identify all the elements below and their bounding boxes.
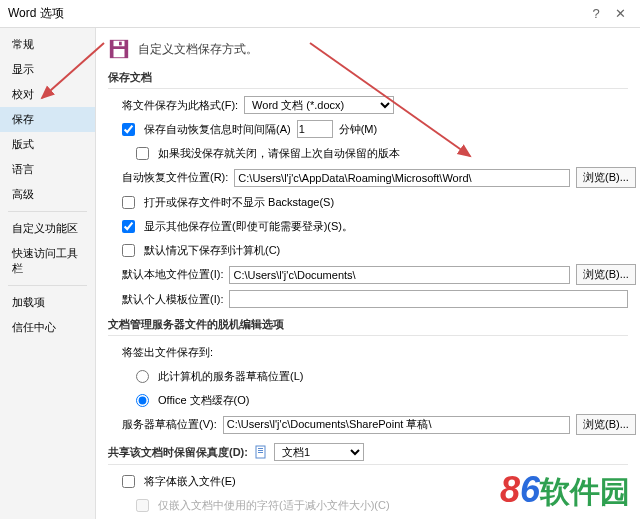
embed-used-label: 仅嵌入文档中使用的字符(适于减小文件大小)(C) [158, 498, 390, 513]
sidebar-item-display[interactable]: 显示 [0, 57, 95, 82]
close-icon[interactable]: ✕ [608, 6, 632, 21]
document-icon [254, 445, 268, 459]
section-title-offline: 文档管理服务器文件的脱机编辑选项 [108, 317, 628, 336]
row-default-local: 默认本地文件位置(I): 浏览(B)... [108, 264, 628, 285]
section-title-save: 保存文档 [108, 70, 628, 89]
svg-rect-3 [119, 42, 122, 46]
svg-rect-5 [258, 448, 263, 449]
default-local-path[interactable] [229, 266, 570, 284]
default-computer-checkbox[interactable] [122, 244, 135, 257]
row-default-computer: 默认情况下保存到计算机(C) [108, 240, 628, 260]
header-text: 自定义文档保存方式。 [138, 41, 258, 58]
row-radio-cache: Office 文档缓存(O) [108, 390, 628, 410]
browse-button-local[interactable]: 浏览(B)... [576, 264, 636, 285]
radio-server-drafts-label: 此计算机的服务器草稿位置(L) [158, 369, 303, 384]
backstage-checkbox[interactable] [122, 196, 135, 209]
share-title-text: 共享该文档时保留保真度(D): [108, 445, 248, 460]
autosave-checkbox[interactable] [122, 123, 135, 136]
row-embed-fonts: 将字体嵌入文件(E) [108, 471, 628, 491]
svg-rect-2 [114, 49, 125, 57]
help-icon[interactable]: ? [584, 6, 608, 21]
radio-office-cache-label: Office 文档缓存(O) [158, 393, 249, 408]
row-autosave: 保存自动恢复信息时间间隔(A) 分钟(M) [108, 119, 628, 139]
row-save-format: 将文件保存为此格式(F): Word 文档 (*.docx) [108, 95, 628, 115]
svg-rect-7 [258, 452, 263, 453]
main: 常规 显示 校对 保存 版式 语言 高级 自定义功能区 快速访问工具栏 加载项 … [0, 28, 640, 519]
checkout-label: 将签出文件保存到: [122, 345, 213, 360]
sidebar-separator [8, 211, 87, 212]
autorecover-label: 自动恢复文件位置(R): [122, 170, 228, 185]
default-template-path[interactable] [229, 290, 628, 308]
sidebar-item-trust-center[interactable]: 信任中心 [0, 315, 95, 340]
section-title-share: 共享该文档时保留保真度(D): 文档1 [108, 443, 628, 465]
format-label: 将文件保存为此格式(F): [122, 98, 238, 113]
titlebar: Word 选项 ? ✕ [0, 0, 640, 28]
row-radio-drafts: 此计算机的服务器草稿位置(L) [108, 366, 628, 386]
sidebar-item-layout[interactable]: 版式 [0, 132, 95, 157]
sidebar-separator [8, 285, 87, 286]
embed-fonts-label: 将字体嵌入文件(E) [144, 474, 236, 489]
save-icon [108, 38, 130, 60]
keep-last-checkbox[interactable] [136, 147, 149, 160]
window-title: Word 选项 [8, 5, 584, 22]
sidebar-item-general[interactable]: 常规 [0, 32, 95, 57]
embed-fonts-checkbox[interactable] [122, 475, 135, 488]
sidebar-item-save[interactable]: 保存 [0, 107, 95, 132]
row-checkout-label: 将签出文件保存到: [108, 342, 628, 362]
autorecover-path[interactable] [234, 169, 570, 187]
browse-button-drafts[interactable]: 浏览(B)... [576, 414, 636, 435]
backstage-label: 打开或保存文件时不显示 Backstage(S) [144, 195, 334, 210]
radio-server-drafts[interactable] [136, 370, 149, 383]
content-pane: 自定义文档保存方式。 保存文档 将文件保存为此格式(F): Word 文档 (*… [96, 28, 640, 519]
header-row: 自定义文档保存方式。 [108, 38, 628, 60]
sidebar-item-language[interactable]: 语言 [0, 157, 95, 182]
row-showother: 显示其他保存位置(即使可能需要登录)(S)。 [108, 216, 628, 236]
sidebar-item-quick-access[interactable]: 快速访问工具栏 [0, 241, 95, 281]
autosave-unit: 分钟(M) [339, 122, 378, 137]
showother-checkbox[interactable] [122, 220, 135, 233]
sidebar: 常规 显示 校对 保存 版式 语言 高级 自定义功能区 快速访问工具栏 加载项 … [0, 28, 96, 519]
sidebar-item-addins[interactable]: 加载项 [0, 290, 95, 315]
showother-label: 显示其他保存位置(即使可能需要登录)(S)。 [144, 219, 353, 234]
radio-office-cache[interactable] [136, 394, 149, 407]
sidebar-item-proofing[interactable]: 校对 [0, 82, 95, 107]
drafts-path[interactable] [223, 416, 570, 434]
default-computer-label: 默认情况下保存到计算机(C) [144, 243, 280, 258]
sidebar-item-customize-ribbon[interactable]: 自定义功能区 [0, 216, 95, 241]
keep-last-label: 如果我没保存就关闭，请保留上次自动保留的版本 [158, 146, 400, 161]
drafts-label: 服务器草稿位置(V): [122, 417, 217, 432]
svg-rect-6 [258, 450, 263, 451]
row-embed-used: 仅嵌入文档中使用的字符(适于减小文件大小)(C) [108, 495, 628, 515]
format-select[interactable]: Word 文档 (*.docx) [244, 96, 394, 114]
row-autorecover: 自动恢复文件位置(R): 浏览(B)... [108, 167, 628, 188]
share-doc-select[interactable]: 文档1 [274, 443, 364, 461]
row-default-template: 默认个人模板位置(I): [108, 289, 628, 309]
default-local-label: 默认本地文件位置(I): [122, 267, 223, 282]
embed-used-checkbox [136, 499, 149, 512]
autosave-label: 保存自动恢复信息时间间隔(A) [144, 122, 291, 137]
default-template-label: 默认个人模板位置(I): [122, 292, 223, 307]
row-drafts-path: 服务器草稿位置(V): 浏览(B)... [108, 414, 628, 435]
sidebar-item-advanced[interactable]: 高级 [0, 182, 95, 207]
autosave-minutes[interactable] [297, 120, 333, 138]
row-backstage: 打开或保存文件时不显示 Backstage(S) [108, 192, 628, 212]
browse-button-autorecover[interactable]: 浏览(B)... [576, 167, 636, 188]
row-keep-last: 如果我没保存就关闭，请保留上次自动保留的版本 [108, 143, 628, 163]
